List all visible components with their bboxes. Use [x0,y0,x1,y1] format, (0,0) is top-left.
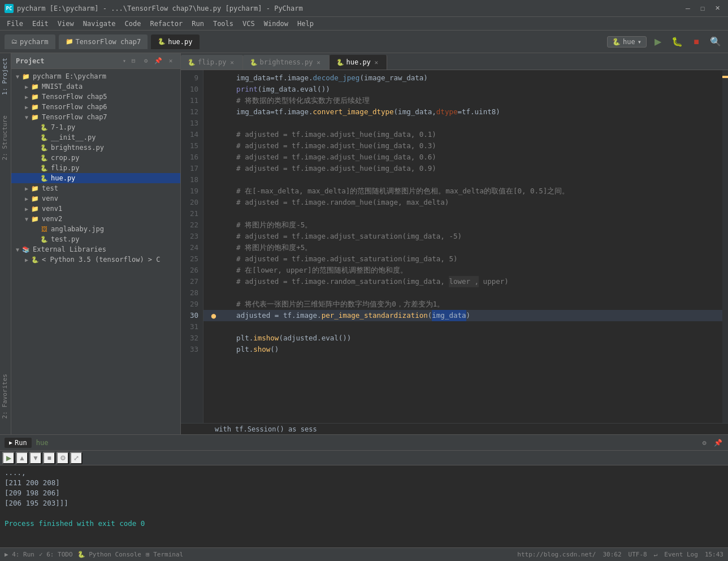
tree-venv1-label: venv1 [42,205,62,213]
line-num-24: 24 [181,242,198,253]
menu-edit[interactable]: Edit [28,19,53,29]
bt-settings-btn[interactable]: ⚙ [57,452,69,464]
status-linesep[interactable]: ↵ [654,551,658,558]
tree-chap7[interactable]: ▼ 📁 TensorFlow chap7 [11,112,180,122]
bottom-settings-icon[interactable]: ⚙ [699,437,710,448]
tree-init[interactable]: 🐍 __init__.py [11,132,180,143]
code-line-32: plt.imshow(adjusted.eval()) [203,333,722,344]
line-num-30: 30 [181,310,198,321]
collapse-all-icon[interactable]: ⊟ [128,56,138,66]
code-editor[interactable]: 9 10 11 12 13 14 15 16 17 18 19 20 21 22… [181,70,728,423]
tree-brightness[interactable]: 🐍 brightness.py [11,143,180,153]
tree-flip[interactable]: 🐍 flip.py [11,163,180,173]
menu-tools[interactable]: Tools [209,19,238,29]
bt-scroll-down[interactable]: ▼ [29,452,42,464]
tree-testpy[interactable]: 🐍 test.py [11,234,180,244]
status-run[interactable]: ▶ 4: Run [5,551,34,558]
menu-view[interactable]: View [53,19,79,29]
tree-arrow-mnist: ▶ [23,84,31,90]
tree-python35[interactable]: ▶ 🐍 < Python 3.5 (tensorflow) > C [11,254,180,265]
breadcrumb-hue[interactable]: 🐍 hue.py [151,34,199,49]
bt-run-btn[interactable]: ▶ [2,452,15,464]
breadcrumb-pycharm[interactable]: 🗂 pycharm [5,34,55,49]
tab-flip[interactable]: 🐍 flip.py ✕ [181,55,243,70]
pin-icon[interactable]: 📌 [153,56,163,66]
stop-button[interactable]: ■ [688,34,704,50]
run-tab-label: Run [15,439,27,447]
status-run-label: 4: Run [12,551,34,558]
tab-hue-close[interactable]: ✕ [373,59,380,66]
line-num-27: 27 [181,276,198,287]
tree-brightness-label: brightness.py [51,144,104,152]
sidebar-label-favorites[interactable]: 2: Favorites [0,369,11,423]
menu-run[interactable]: Run [187,19,209,29]
tree-init-label: __init__.py [51,133,96,141]
menu-window[interactable]: Window [259,19,293,29]
window-controls[interactable]: ─ □ ✕ [682,3,723,14]
editor-tabs: 🐍 flip.py ✕ 🐍 brightness.py ✕ 🐍 hue.py ✕ [181,53,728,70]
tree-chap6[interactable]: ▶ 📁 TensorFlow chap6 [11,102,180,112]
code-content[interactable]: img_data=tf.image.decode_jpeg(image_raw_… [203,70,722,423]
run-tab-icon: ▶ [9,439,12,446]
tree-root-pycharm[interactable]: ▼ 📁 pycharm E:\pycharm [11,71,180,81]
tab-brightness[interactable]: 🐍 brightness.py ✕ [243,55,330,70]
tree-venv2[interactable]: ▼ 📁 venv2 [11,214,180,224]
minimize-button[interactable]: ─ [682,3,694,14]
tree-chap5[interactable]: ▶ 📁 TensorFlow chap5 [11,92,180,102]
status-encoding[interactable]: UTF-8 [629,551,647,558]
line-num-9: 9 [181,72,198,84]
close-button[interactable]: ✕ [711,3,723,14]
run-button[interactable]: ▶ [650,34,666,50]
tree-crop[interactable]: 🐍 crop.py [11,153,180,163]
tree-7-1[interactable]: 🐍 7-1.py [11,122,180,132]
sidebar-label-project[interactable]: 1: Project [0,53,11,100]
close-panel-icon[interactable]: ✕ [166,56,176,66]
project-panel-title: Project [16,57,120,65]
tree-anglababy[interactable]: 🖼 anglababy.jpg [11,224,180,234]
debug-button[interactable]: 🐛 [669,34,685,50]
status-terminal[interactable]: ⊞ Terminal [146,551,183,558]
status-line-col[interactable]: 30:62 [603,551,621,558]
run-configuration[interactable]: 🐍 hue ▾ [607,36,647,48]
bt-scroll-up[interactable]: ▲ [16,452,28,464]
tree-testpy-label: test.py [51,235,80,243]
settings-icon[interactable]: ⚙ [141,56,151,66]
project-panel-dropdown[interactable]: ▾ [123,58,126,64]
tree-venv1[interactable]: ▶ 📁 venv1 [11,204,180,214]
tree-mnist[interactable]: ▶ 📁 MNIST_data [11,81,180,92]
code-line-25: # adjusted = tf.image.adjust_saturation(… [203,253,722,265]
tree-test[interactable]: ▶ 📁 test [11,183,180,193]
menu-vcs[interactable]: VCS [238,19,259,29]
terminal-output: ...., [211 200 208] [209 198 206] [206 1… [0,465,728,547]
bt-maximize-btn[interactable]: ⤢ [70,452,83,464]
bottom-panel-tabs: ▶ Run hue ⚙ 📌 [0,435,728,451]
search-everywhere-button[interactable]: 🔍 [708,34,723,50]
folder-icon-2: 📁 [66,38,73,45]
maximize-button[interactable]: □ [696,3,709,14]
bottom-pin-icon[interactable]: 📌 [712,437,723,448]
menu-help[interactable]: Help [293,19,318,29]
line-num-28: 28 [181,287,198,299]
run-config-label: hue [623,38,635,46]
tab-brightness-close[interactable]: ✕ [315,59,322,66]
tab-hue[interactable]: 🐍 hue.py ✕ [330,55,387,70]
status-todo[interactable]: ✓ 6: TODO [39,551,73,558]
status-console[interactable]: 🐍 Python Console [77,551,141,558]
menu-refactor[interactable]: Refactor [145,19,187,29]
status-url[interactable]: http://blog.csdn.net/ [517,551,596,558]
tree-venv[interactable]: ▶ 📁 venv [11,193,180,204]
breadcrumb-chap7[interactable]: 📁 TensorFlow chap7 [59,34,148,49]
sidebar-label-structure[interactable]: 2: Structure [0,111,11,165]
menu-navigate[interactable]: Navigate [79,19,120,29]
todo-icon: ✓ [39,551,43,558]
tab-flip-close[interactable]: ✕ [229,59,236,66]
tree-chap6-label: TensorFlow chap6 [42,103,107,111]
menu-code[interactable]: Code [120,19,146,29]
run-tab[interactable]: ▶ Run [5,438,32,448]
tree-external-libs[interactable]: ▼ 📚 External Libraries [11,244,180,254]
tree-crop-label: crop.py [51,154,80,162]
status-eventlog[interactable]: Event Log [664,551,698,558]
menu-file[interactable]: File [2,19,28,29]
bt-stop-btn[interactable]: ■ [43,452,55,464]
tree-hue[interactable]: 🐍 hue.py [11,173,180,183]
